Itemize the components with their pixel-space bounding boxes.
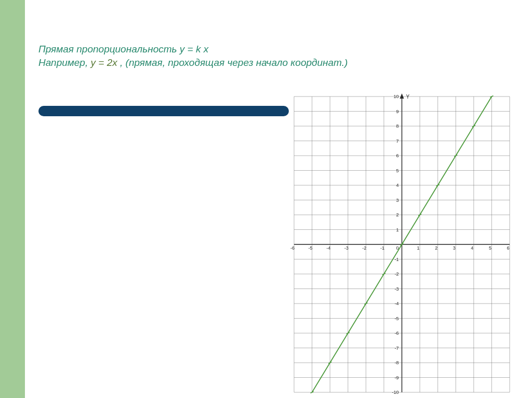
- svg-text:2: 2: [396, 212, 398, 217]
- svg-text:6: 6: [396, 153, 398, 158]
- slide: Прямая пропорциональность у = k х Наприм…: [0, 0, 532, 398]
- svg-text:-4: -4: [394, 301, 398, 306]
- chart-plot: -6-5-4-3-2-1123456-10-9-8-7-6-5-4-3-2-11…: [289, 91, 515, 397]
- svg-text:-6: -6: [394, 331, 398, 336]
- title-equation-general: у = k х: [180, 44, 208, 54]
- svg-text:2: 2: [435, 245, 437, 251]
- title-text-1: Прямая пропорциональность: [38, 44, 180, 54]
- svg-text:-5: -5: [309, 245, 313, 251]
- sidebar-decoration: [0, 0, 25, 398]
- svg-text:-3: -3: [394, 286, 398, 292]
- svg-text:8: 8: [396, 123, 398, 129]
- svg-text:4: 4: [471, 245, 473, 251]
- svg-text:3: 3: [396, 198, 398, 203]
- svg-text:4: 4: [396, 183, 398, 188]
- svg-text:-9: -9: [394, 375, 398, 380]
- svg-text:-6: -6: [290, 245, 295, 251]
- svg-text:Y: Y: [406, 94, 410, 100]
- svg-text:5: 5: [489, 245, 491, 251]
- svg-text:-5: -5: [394, 316, 398, 321]
- svg-text:-4: -4: [326, 245, 330, 251]
- svg-text:3: 3: [453, 245, 456, 251]
- title-equation-example: у = 2х: [91, 57, 121, 68]
- svg-text:5: 5: [396, 168, 398, 173]
- title-text-2: Например,: [38, 57, 91, 68]
- svg-marker-36: [400, 93, 404, 99]
- svg-text:10: 10: [393, 94, 398, 99]
- svg-text:1: 1: [417, 245, 420, 251]
- svg-text:-1: -1: [394, 257, 398, 262]
- svg-text:-10: -10: [392, 390, 398, 395]
- svg-text:6: 6: [507, 245, 509, 251]
- svg-text:-8: -8: [394, 360, 398, 365]
- svg-text:1: 1: [396, 227, 398, 232]
- svg-text:-3: -3: [344, 245, 349, 251]
- svg-text:-1: -1: [380, 245, 384, 251]
- divider-bar: [38, 106, 289, 116]
- svg-text:9: 9: [396, 109, 398, 114]
- svg-text:-2: -2: [394, 271, 398, 277]
- title-text-3: , (прямая, проходящая через начало коорд…: [120, 57, 348, 68]
- svg-text:-2: -2: [362, 245, 366, 251]
- svg-text:7: 7: [396, 139, 398, 144]
- slide-title: Прямая пропорциональность у = k х Наприм…: [38, 43, 506, 69]
- svg-text:-7: -7: [394, 346, 398, 351]
